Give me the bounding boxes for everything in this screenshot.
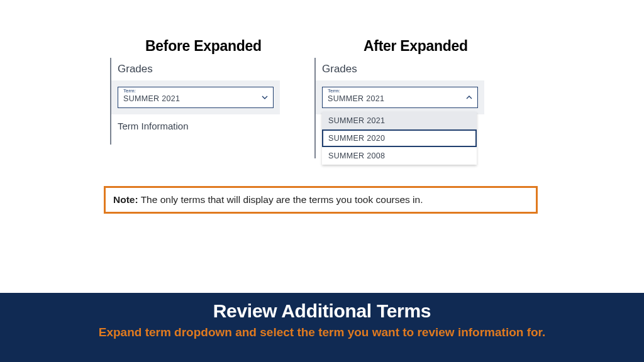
term-selected-value: SUMMER 2021: [123, 94, 258, 103]
grades-heading: Grades: [110, 58, 280, 80]
term-select-container: Term: SUMMER 2021: [314, 80, 484, 114]
chevron-up-icon: [465, 94, 473, 101]
term-option[interactable]: SUMMER 2021: [322, 112, 477, 129]
chevron-down-icon: [261, 94, 269, 101]
term-dropdown-collapsed[interactable]: Term: SUMMER 2021: [118, 87, 274, 108]
term-field-label: Term:: [123, 89, 258, 94]
panel-after: Grades Term: SUMMER 2021 SUMMER 2021 SUM…: [314, 58, 484, 162]
term-option[interactable]: SUMMER 2020: [322, 129, 477, 147]
column-title-before: Before Expanded: [145, 38, 262, 55]
term-option[interactable]: SUMMER 2008: [322, 147, 477, 165]
note-callout: Note: The only terms that will display a…: [104, 186, 538, 214]
footer-subtitle: Expand term dropdown and select the term…: [0, 324, 644, 341]
term-information-heading: Term Information: [110, 114, 280, 131]
term-select-container: Term: SUMMER 2021: [110, 80, 280, 114]
panel-before: Grades Term: SUMMER 2021 Term Informatio…: [110, 58, 280, 146]
footer-title: Review Additional Terms: [0, 300, 644, 322]
vertical-divider: [314, 58, 316, 158]
note-text: The only terms that will display are the…: [138, 194, 423, 205]
term-selected-value: SUMMER 2021: [328, 94, 462, 103]
term-dropdown-expanded[interactable]: Term: SUMMER 2021: [322, 87, 478, 108]
column-title-after: After Expanded: [364, 38, 468, 55]
grades-heading: Grades: [314, 58, 484, 80]
term-options-listbox: SUMMER 2021 SUMMER 2020 SUMMER 2008: [322, 112, 477, 165]
note-label: Note:: [113, 194, 138, 205]
term-field-label: Term:: [328, 89, 462, 94]
vertical-divider: [110, 58, 111, 145]
footer-banner: Review Additional Terms Expand term drop…: [0, 293, 644, 362]
